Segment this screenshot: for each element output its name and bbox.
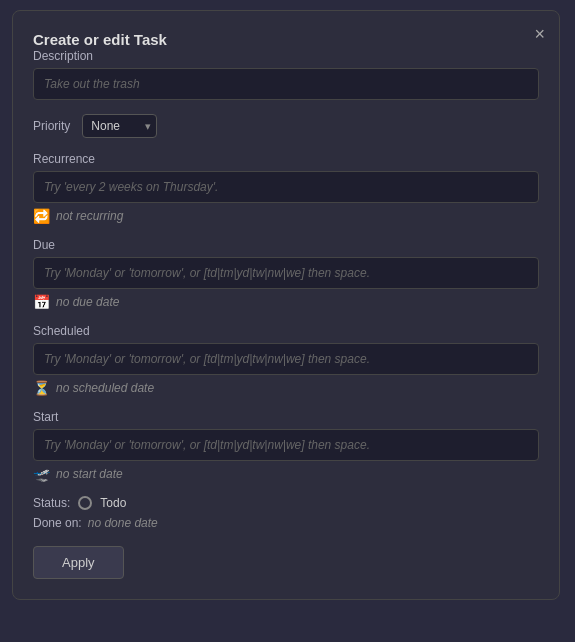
status-value: Todo	[100, 496, 126, 510]
status-radio[interactable]	[78, 496, 92, 510]
done-on-label: Done on:	[33, 516, 82, 530]
status-row: Status: Todo	[33, 496, 539, 510]
description-label: Description	[33, 49, 539, 63]
scheduled-label: Scheduled	[33, 324, 539, 338]
due-hint-text: no due date	[56, 295, 119, 309]
dialog-title: Create or edit Task	[33, 31, 167, 48]
recurrence-group: Recurrence 🔁 not recurring	[33, 152, 539, 224]
start-label: Start	[33, 410, 539, 424]
scheduled-icon: ⏳	[33, 380, 50, 396]
done-on-row: Done on: no done date	[33, 516, 539, 530]
due-label: Due	[33, 238, 539, 252]
priority-select-wrapper: None Low Medium High Urgent	[82, 114, 157, 138]
start-hint-text: no start date	[56, 467, 123, 481]
recurrence-hint-text: not recurring	[56, 209, 123, 223]
recurrence-icon: 🔁	[33, 208, 50, 224]
due-group: Due 📅 no due date	[33, 238, 539, 310]
apply-button[interactable]: Apply	[33, 546, 124, 579]
scheduled-group: Scheduled ⏳ no scheduled date	[33, 324, 539, 396]
close-button[interactable]: ×	[534, 25, 545, 43]
recurrence-hint: 🔁 not recurring	[33, 208, 539, 224]
overlay: Create or edit Task × Description Priori…	[0, 0, 575, 642]
start-hint: 🛫 no start date	[33, 466, 539, 482]
recurrence-label: Recurrence	[33, 152, 539, 166]
scheduled-hint: ⏳ no scheduled date	[33, 380, 539, 396]
due-hint: 📅 no due date	[33, 294, 539, 310]
priority-row: Priority None Low Medium High Urgent	[33, 114, 539, 138]
due-icon: 📅	[33, 294, 50, 310]
recurrence-input[interactable]	[33, 171, 539, 203]
dialog: Create or edit Task × Description Priori…	[12, 10, 560, 600]
priority-label: Priority	[33, 119, 70, 133]
status-label: Status:	[33, 496, 70, 510]
done-on-value: no done date	[88, 516, 158, 530]
start-group: Start 🛫 no start date	[33, 410, 539, 482]
scheduled-input[interactable]	[33, 343, 539, 375]
start-icon: 🛫	[33, 466, 50, 482]
scheduled-hint-text: no scheduled date	[56, 381, 154, 395]
description-group: Description	[33, 49, 539, 100]
due-input[interactable]	[33, 257, 539, 289]
description-input[interactable]	[33, 68, 539, 100]
priority-select[interactable]: None Low Medium High Urgent	[82, 114, 157, 138]
start-input[interactable]	[33, 429, 539, 461]
